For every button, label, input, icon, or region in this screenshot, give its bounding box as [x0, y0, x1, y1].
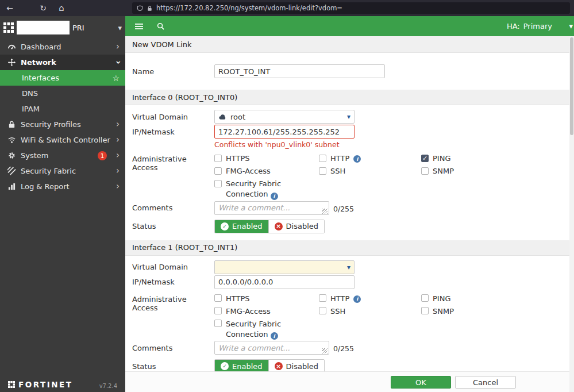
https-checkbox[interactable] — [214, 294, 222, 302]
ssh-label: SSH — [330, 306, 345, 317]
enabled-icon — [221, 222, 229, 230]
ping-label: PING — [433, 293, 450, 304]
status-label: Status — [132, 222, 214, 230]
https-option[interactable]: HTTPS — [214, 293, 319, 306]
ssh-option[interactable]: SSH — [319, 306, 421, 318]
page-title-band: New VDOM Link — [125, 36, 569, 53]
sidebar-item-ipam[interactable]: IPAM — [0, 101, 125, 117]
snmp-option[interactable]: SNMP — [421, 166, 454, 178]
chevron-down-icon — [113, 60, 122, 64]
info-icon[interactable] — [271, 332, 278, 340]
status-disabled-button[interactable]: Disabled — [268, 360, 324, 372]
http-label: HTTP — [330, 293, 349, 304]
enabled-icon — [221, 362, 229, 370]
home-icon[interactable] — [55, 0, 68, 16]
info-icon[interactable] — [353, 155, 361, 163]
cancel-button[interactable]: Cancel — [455, 376, 516, 389]
virtual-domain-select-0[interactable]: root — [214, 110, 355, 124]
status-enabled-button[interactable]: Enabled — [215, 360, 268, 372]
status-row-0: Status Enabled Disabled — [125, 220, 569, 233]
lock-icon — [147, 5, 153, 11]
ping-checkbox[interactable] — [421, 155, 429, 162]
sidebar-item-system[interactable]: System 1 — [0, 148, 125, 163]
star-icon[interactable] — [112, 74, 120, 82]
https-option[interactable]: HTTPS — [214, 153, 319, 166]
status-disabled-button[interactable]: Disabled — [268, 220, 324, 233]
https-checkbox[interactable] — [214, 155, 222, 162]
http-option[interactable]: HTTP — [319, 293, 421, 306]
snmp-checkbox[interactable] — [421, 307, 429, 314]
sidebar-item-label: WiFi & Switch Controller — [21, 136, 110, 144]
security-fabric-checkbox[interactable] — [214, 320, 222, 327]
sidebar-item-security-fabric[interactable]: Security Fabric — [0, 163, 125, 179]
comments-input-1[interactable] — [214, 341, 329, 355]
ok-button[interactable]: OK — [391, 376, 451, 389]
fortinet-brand: FORTINET — [18, 380, 72, 389]
sidebar-logo-row[interactable]: PRI — [0, 16, 125, 39]
ping-option[interactable]: PING — [421, 293, 454, 306]
sidebar-item-network[interactable]: Network — [0, 55, 125, 70]
fmg-access-option[interactable]: FMG-Access — [214, 306, 319, 318]
status-enabled-button[interactable]: Enabled — [215, 220, 268, 233]
chevron-down-icon[interactable] — [118, 24, 122, 32]
ip-netmask-input-0[interactable] — [214, 125, 355, 139]
http-checkbox[interactable] — [319, 294, 326, 302]
enabled-label: Enabled — [232, 222, 263, 230]
bar-chart-icon — [7, 182, 16, 191]
back-icon[interactable] — [3, 0, 16, 16]
ping-option[interactable]: PING — [421, 153, 454, 166]
vdom-icon — [218, 114, 227, 120]
ssh-option[interactable]: SSH — [319, 166, 421, 178]
sidebar-item-label: Security Fabric — [21, 167, 76, 175]
menu-toggle-icon[interactable] — [134, 22, 144, 31]
comments-input-0[interactable] — [214, 201, 329, 215]
info-icon[interactable] — [353, 295, 361, 303]
scrollbar-thumb[interactable] — [570, 37, 573, 135]
page-title: New VDOM Link — [132, 40, 192, 49]
name-input[interactable] — [214, 64, 385, 78]
ssh-checkbox[interactable] — [319, 167, 326, 175]
virtual-domain-row-0: Virtual Domain root — [125, 110, 569, 124]
comments-row-0: Comments 0/255 — [125, 201, 569, 215]
virtual-domain-label: Virtual Domain — [132, 113, 214, 121]
virtual-domain-select-1[interactable] — [214, 260, 355, 274]
fmg-access-option[interactable]: FMG-Access — [214, 166, 319, 178]
http-option[interactable]: HTTP — [319, 153, 421, 166]
sidebar-item-dns[interactable]: DNS — [0, 86, 125, 101]
dropdown-caret-icon — [347, 113, 350, 121]
comments-row-1: Comments 0/255 — [125, 341, 569, 355]
sidebar-item-wifi-switch[interactable]: WiFi & Switch Controller — [0, 132, 125, 148]
sidebar-item-log-report[interactable]: Log & Report — [0, 179, 125, 194]
scrollbar[interactable] — [569, 36, 574, 392]
status-label: Status — [132, 362, 214, 371]
snmp-option[interactable]: SNMP — [421, 306, 454, 318]
refresh-icon[interactable] — [37, 0, 49, 16]
ping-checkbox[interactable] — [421, 294, 429, 302]
search-icon[interactable] — [156, 22, 165, 30]
sidebar-item-label: Dashboard — [21, 43, 61, 51]
ip-conflict-error: Conflicts with 'npu0_vlink0' subnet — [214, 140, 569, 149]
info-icon[interactable] — [271, 193, 278, 200]
security-fabric-option[interactable]: Security Fabric Connection — [214, 318, 319, 340]
sidebar-item-label: Interfaces — [22, 74, 59, 82]
sidebar-item-label: Security Profiles — [21, 120, 81, 129]
snmp-checkbox[interactable] — [421, 167, 429, 175]
admin-access-grid-0: HTTPS FMG-Access Security Fabric Connect… — [214, 153, 454, 200]
security-fabric-checkbox[interactable] — [214, 180, 222, 187]
virtual-domain-label: Virtual Domain — [132, 263, 214, 271]
ha-status[interactable]: HA:Primary — [507, 22, 552, 30]
chevron-down-icon[interactable] — [569, 22, 573, 30]
ssh-checkbox[interactable] — [319, 307, 326, 314]
ip-netmask-input-1[interactable] — [214, 275, 355, 289]
hostname-suffix: PRI — [72, 24, 84, 32]
sidebar-item-dashboard[interactable]: Dashboard — [0, 39, 125, 55]
security-fabric-option[interactable]: Security Fabric Connection — [214, 178, 319, 200]
section-title: Interface 1 (ROOT_TO_INT1) — [132, 243, 237, 252]
sidebar-item-security-profiles[interactable]: Security Profiles — [0, 117, 125, 132]
sidebar-item-interfaces[interactable]: Interfaces — [0, 70, 125, 86]
fmg-access-checkbox[interactable] — [214, 167, 222, 175]
snmp-label: SNMP — [433, 166, 454, 176]
fmg-access-checkbox[interactable] — [214, 307, 222, 314]
http-checkbox[interactable] — [319, 155, 326, 162]
url-bar[interactable]: https://172.20.82.250/ng/system/vdom-lin… — [132, 2, 570, 14]
